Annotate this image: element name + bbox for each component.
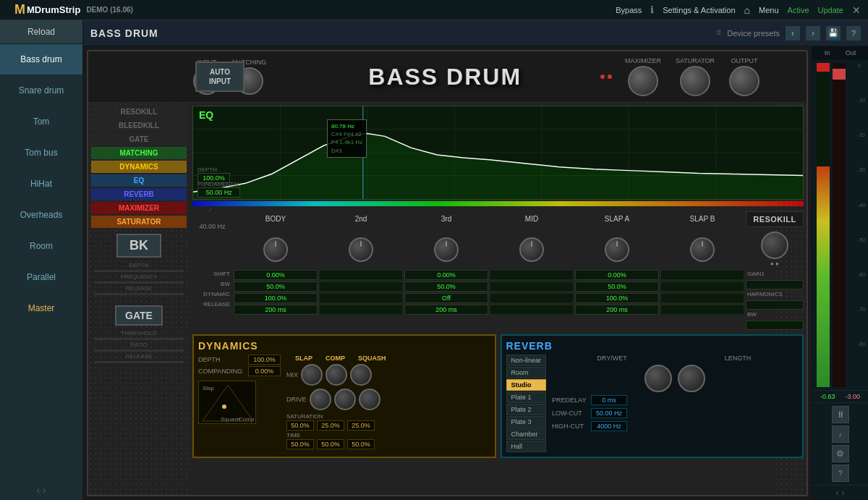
- sidebar-expand-icon[interactable]: ‹ ›: [36, 484, 46, 496]
- body-bw-val[interactable]: 50.0%: [234, 281, 318, 292]
- reload-button[interactable]: Reload: [0, 20, 82, 44]
- maximizer-button[interactable]: MAXIMIZER: [91, 202, 187, 214]
- comp-sat-val[interactable]: 25.0%: [317, 420, 344, 431]
- slap-drive-knob[interactable]: [310, 389, 331, 410]
- bypass-button[interactable]: Bypass: [616, 6, 642, 14]
- bw2-val[interactable]: [746, 321, 804, 330]
- sidebar-item-tom-bus[interactable]: Tom bus: [0, 137, 82, 169]
- device-presets-label[interactable]: Device presets: [727, 29, 780, 38]
- 3rd-knob[interactable]: [434, 237, 459, 262]
- squash-mix-knob[interactable]: [350, 364, 372, 386]
- harmonics-val[interactable]: [746, 300, 804, 310]
- rev-type-nonlinear[interactable]: Non-linear: [506, 355, 547, 366]
- gate-ratio-slider[interactable]: [94, 349, 184, 352]
- matching-module-button[interactable]: MATCHING: [91, 147, 187, 159]
- slap-mix-knob[interactable]: [301, 364, 323, 386]
- resokill-button[interactable]: RESOKILL: [91, 106, 187, 118]
- slapb-knob[interactable]: [690, 237, 715, 262]
- comp-drive-knob[interactable]: [334, 389, 356, 410]
- slapa-knob[interactable]: [605, 237, 629, 262]
- info-icon[interactable]: ℹ: [650, 4, 654, 15]
- vu-midi-button[interactable]: ♪: [832, 425, 849, 443]
- dyn-depth-value[interactable]: 100.0%: [248, 355, 281, 365]
- reverb-button[interactable]: REVERB: [91, 188, 187, 200]
- 3rd-dynamic-val[interactable]: Off: [404, 293, 488, 303]
- sidebar-item-overheads[interactable]: Overheads: [0, 200, 82, 231]
- output-knob[interactable]: [729, 66, 760, 96]
- lowcut-value[interactable]: 50.00 Hz: [591, 408, 627, 418]
- maximizer-knob[interactable]: [628, 66, 658, 96]
- dyn-companding-value[interactable]: 0.00%: [248, 366, 281, 376]
- saturator-button[interactable]: SATURATOR: [91, 216, 187, 228]
- vu-settings-button[interactable]: ⚙: [832, 445, 849, 462]
- vu-next-icon[interactable]: ›: [842, 488, 845, 498]
- drywet-knob[interactable]: [644, 365, 672, 392]
- auto-input-button[interactable]: AUTO INPUT: [195, 62, 244, 92]
- home-icon[interactable]: ⌂: [744, 4, 750, 16]
- slapa-dynamic-val[interactable]: 100.0%: [575, 293, 659, 303]
- squash-sat-val[interactable]: 25.0%: [347, 420, 375, 431]
- 2nd-knob[interactable]: [349, 237, 373, 262]
- menu-button[interactable]: Menu: [759, 6, 779, 14]
- 3rd-shift-val[interactable]: 0.00%: [404, 270, 488, 280]
- slap-sat-val[interactable]: 50.0%: [286, 420, 314, 431]
- dynamics-button[interactable]: DYNAMICS: [91, 161, 187, 173]
- slapa-shift-val[interactable]: 0.00%: [575, 270, 659, 280]
- predelay-value[interactable]: 0 ms: [591, 395, 627, 405]
- sidebar-item-hihat[interactable]: HiHat: [0, 169, 82, 200]
- vu-pause-button[interactable]: ⏸: [832, 406, 849, 423]
- rev-type-plate1[interactable]: Plate 1: [506, 391, 547, 403]
- body-release-val[interactable]: 200 ms: [234, 305, 318, 315]
- vu-prev-icon[interactable]: ‹: [836, 488, 839, 498]
- eq-button[interactable]: EQ: [91, 174, 187, 187]
- 3rd-release-val[interactable]: 200 ms: [404, 305, 488, 315]
- body-knob[interactable]: [263, 237, 288, 262]
- help-button[interactable]: ?: [846, 26, 861, 41]
- sidebar-item-snare-drum[interactable]: Snare drum: [0, 75, 82, 106]
- bleedkill-button[interactable]: BLEEDKILL: [91, 119, 187, 132]
- sidebar-item-tom[interactable]: Tom: [0, 106, 82, 137]
- rev-type-plate3[interactable]: Plate 3: [506, 416, 547, 428]
- rev-type-plate2[interactable]: Plate 2: [506, 404, 547, 415]
- settings-button[interactable]: Settings & Activation: [663, 6, 735, 14]
- sidebar-item-bass-drum[interactable]: Bass drum: [0, 44, 82, 75]
- gate-release-slider[interactable]: [94, 361, 184, 363]
- squash-drive-knob[interactable]: [359, 389, 380, 410]
- bk-depth-slider[interactable]: [94, 270, 184, 272]
- squash-time-val[interactable]: 50.0%: [347, 439, 375, 449]
- saturator-knob[interactable]: [680, 66, 710, 96]
- sidebar-item-parallel[interactable]: Parallel: [0, 262, 82, 293]
- rev-type-studio[interactable]: Studio: [506, 379, 547, 391]
- resokill-knob[interactable]: [761, 232, 788, 259]
- sidebar-item-room[interactable]: Room: [0, 231, 82, 262]
- next-preset-button[interactable]: ›: [806, 26, 820, 41]
- slap-time-val[interactable]: 50.0%: [286, 439, 314, 449]
- rev-type-chamber[interactable]: Chamber: [506, 428, 547, 440]
- slapa-release-val[interactable]: 200 ms: [575, 305, 659, 315]
- vu-help-button[interactable]: ?: [832, 465, 849, 482]
- sidebar-item-master[interactable]: Master: [0, 293, 82, 324]
- rev-type-hall[interactable]: Hall: [506, 441, 547, 452]
- gate-button[interactable]: GATE: [91, 133, 187, 145]
- eq-fundamental-value[interactable]: 50.00 Hz: [197, 187, 240, 198]
- save-preset-button[interactable]: 💾: [826, 26, 841, 41]
- rev-type-room[interactable]: Room: [506, 367, 547, 378]
- 3rd-bw-val[interactable]: 50.0%: [404, 281, 488, 292]
- update-button[interactable]: Update: [818, 6, 843, 14]
- gain1-val[interactable]: [746, 280, 804, 289]
- highcut-value[interactable]: 4000 Hz: [591, 421, 627, 431]
- body-dynamic-val[interactable]: 100.0%: [234, 293, 318, 303]
- prev-preset-button[interactable]: ‹: [786, 26, 800, 41]
- band-knobs-grid: [234, 237, 744, 262]
- close-icon[interactable]: ✕: [852, 4, 861, 16]
- comp-time-val[interactable]: 50.0%: [317, 439, 344, 449]
- gate-threshold-slider[interactable]: [94, 338, 184, 340]
- bk-button[interactable]: BK: [116, 234, 161, 258]
- comp-mix-knob[interactable]: [326, 364, 347, 386]
- bk-release-slider[interactable]: [94, 293, 184, 295]
- body-shift-val[interactable]: 0.00%: [234, 270, 318, 280]
- length-knob[interactable]: [678, 365, 705, 392]
- bk-frequency-slider[interactable]: [94, 281, 184, 284]
- slapa-bw-val[interactable]: 50.0%: [575, 281, 659, 292]
- mid-knob[interactable]: [519, 237, 544, 262]
